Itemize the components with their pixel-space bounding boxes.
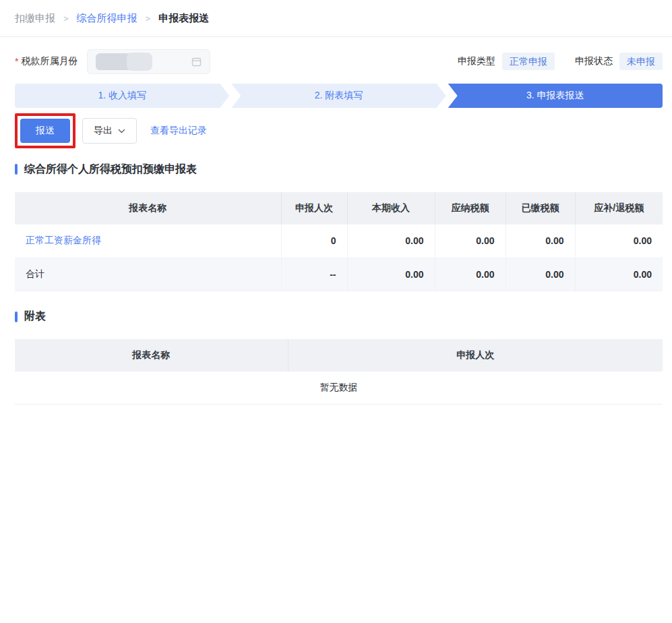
page: 扣缴申报 > 综合所得申报 > 申报表报送 * 税款所属月份 申报类型 正常申报 bbox=[0, 0, 672, 623]
cell-current-income: 0.00 bbox=[347, 225, 435, 258]
header-report-name: 报表名称 bbox=[15, 339, 288, 372]
calendar-icon bbox=[191, 57, 202, 67]
breadcrumb-separator-icon: > bbox=[146, 13, 151, 24]
declare-type-badge: 正常申报 bbox=[502, 53, 555, 71]
main-section-header: 综合所得个人所得税预扣预缴申报表 bbox=[15, 162, 663, 177]
total-row-label: 合计 bbox=[15, 258, 281, 291]
appendix-section-header: 附表 bbox=[15, 309, 663, 324]
breadcrumb-item-comprehensive-income[interactable]: 综合所得申报 bbox=[77, 12, 138, 25]
header-current-income: 本期收入 bbox=[347, 192, 435, 225]
breadcrumb-item-withholding-declaration[interactable]: 扣缴申报 bbox=[15, 12, 55, 25]
cell-declare-count: 0 bbox=[281, 225, 347, 258]
declare-status-label: 申报状态 bbox=[575, 55, 613, 67]
tax-month-field-group: * 税款所属月份 bbox=[15, 49, 210, 74]
cell-tax-paid: 0.00 bbox=[506, 225, 575, 258]
header-declare-count: 申报人次 bbox=[281, 192, 347, 225]
header-tax-payable: 应纳税额 bbox=[435, 192, 506, 225]
table-row: 正常工资薪金所得 0 0.00 0.00 0.00 0.00 bbox=[15, 225, 663, 258]
declare-type-label: 申报类型 bbox=[458, 55, 495, 67]
export-dropdown-button[interactable]: 导出 bbox=[82, 118, 137, 144]
redacted-month-value bbox=[96, 53, 150, 70]
cell-tax-payable: 0.00 bbox=[435, 225, 506, 258]
breadcrumb: 扣缴申报 > 综合所得申报 > 申报表报送 bbox=[0, 0, 672, 37]
cell-declare-count: -- bbox=[281, 258, 347, 291]
step-indicator: 1. 收入填写 2. 附表填写 3. 申报表报送 bbox=[15, 84, 663, 108]
step-3-form-submission[interactable]: 3. 申报表报送 bbox=[448, 84, 663, 108]
export-button-label: 导出 bbox=[94, 125, 113, 137]
filter-row: * 税款所属月份 申报类型 正常申报 申报状态 未申报 bbox=[15, 49, 663, 74]
appendix-section-title: 附表 bbox=[24, 309, 46, 324]
required-asterisk: * bbox=[15, 56, 18, 67]
red-annotation-highlight: 报送 bbox=[15, 113, 75, 148]
normal-salary-income-link[interactable]: 正常工资薪金所得 bbox=[26, 235, 101, 245]
tax-month-input[interactable] bbox=[87, 49, 210, 74]
cell-tax-payable: 0.00 bbox=[435, 258, 506, 291]
empty-state-row: 暂无数据 bbox=[15, 372, 663, 405]
cell-current-income: 0.00 bbox=[347, 258, 435, 291]
breadcrumb-current-page: 申报表报送 bbox=[158, 12, 209, 25]
breadcrumb-separator-icon: > bbox=[63, 13, 69, 24]
view-export-records-link[interactable]: 查看导出记录 bbox=[150, 125, 207, 137]
appendix-table-header-row: 报表名称 申报人次 bbox=[15, 339, 663, 372]
header-report-name: 报表名称 bbox=[15, 192, 281, 225]
declare-status-badge: 未申报 bbox=[619, 53, 663, 71]
step-2-appendix-entry[interactable]: 2. 附表填写 bbox=[231, 84, 446, 108]
main-section-title: 综合所得个人所得税预扣预缴申报表 bbox=[24, 162, 197, 177]
main-table-header-row: 报表名称 申报人次 本期收入 应纳税额 已缴税额 应补/退税额 bbox=[15, 192, 663, 225]
appendix-table: 报表名称 申报人次 暂无数据 bbox=[15, 339, 663, 405]
header-tax-due-refund: 应补/退税额 bbox=[575, 192, 663, 225]
status-group: 申报类型 正常申报 申报状态 未申报 bbox=[458, 53, 663, 71]
header-tax-paid: 已缴税额 bbox=[506, 192, 575, 225]
step-1-income-entry[interactable]: 1. 收入填写 bbox=[15, 84, 229, 108]
table-total-row: 合计 -- 0.00 0.00 0.00 0.00 bbox=[15, 258, 663, 291]
tax-month-label: 税款所属月份 bbox=[21, 55, 78, 67]
empty-state-text: 暂无数据 bbox=[15, 372, 663, 405]
toolbar: 报送 导出 查看导出记录 bbox=[15, 113, 663, 148]
cell-tax-due-refund: 0.00 bbox=[575, 225, 663, 258]
cell-tax-due-refund: 0.00 bbox=[575, 258, 663, 291]
cell-tax-paid: 0.00 bbox=[506, 258, 575, 291]
submit-button[interactable]: 报送 bbox=[20, 119, 70, 143]
main-declaration-table: 报表名称 申报人次 本期收入 应纳税额 已缴税额 应补/退税额 正常工资薪金所得… bbox=[15, 192, 663, 291]
section-accent-bar bbox=[15, 164, 18, 175]
header-declare-count: 申报人次 bbox=[288, 339, 663, 372]
chevron-down-icon bbox=[118, 129, 125, 134]
section-accent-bar bbox=[15, 312, 18, 322]
